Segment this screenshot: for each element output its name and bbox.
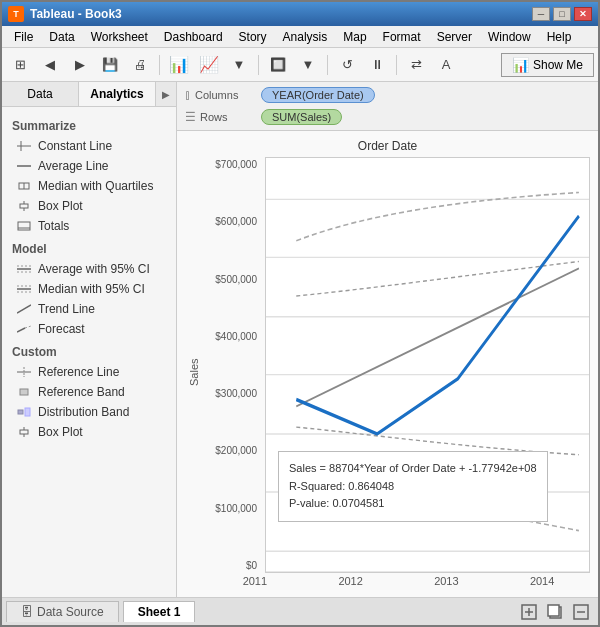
item-box-plot-sum[interactable]: Box Plot (2, 196, 176, 216)
menu-bar: File Data Worksheet Dashboard Story Anal… (2, 26, 598, 48)
toolbar-back-btn[interactable]: ◀ (36, 52, 64, 78)
menu-help[interactable]: Help (539, 28, 580, 46)
columns-pill[interactable]: YEAR(Order Date) (261, 87, 375, 103)
bottom-icons (518, 601, 598, 623)
y-label-100k: $100,000 (203, 503, 257, 514)
reference-line-icon (16, 366, 32, 378)
item-median-95ci[interactable]: Median with 95% CI (2, 279, 176, 299)
toolbar-swap-btn[interactable]: ⇄ (402, 52, 430, 78)
toolbar-highlight-btn[interactable]: ▼ (294, 52, 322, 78)
formula-line3: P-value: 0.0704581 (289, 495, 537, 513)
item-avg-95ci[interactable]: Average with 95% CI (2, 259, 176, 279)
y-label-600k: $600,000 (203, 216, 257, 227)
chart-area: Order Date Sales $700,000 $600,000 $500,… (177, 131, 598, 597)
window-controls: ─ □ ✕ (532, 7, 592, 21)
new-sheet-icon[interactable] (518, 601, 540, 623)
toolbar-forward-btn[interactable]: ▶ (66, 52, 94, 78)
item-box-plot-custom-label: Box Plot (38, 425, 83, 439)
toolbar-sep3 (327, 55, 328, 75)
right-panel: ⫿ Columns YEAR(Order Date) ☰ Rows SUM(Sa… (177, 82, 598, 597)
item-reference-band[interactable]: Reference Band (2, 382, 176, 402)
average-line-icon (16, 160, 32, 172)
menu-server[interactable]: Server (429, 28, 480, 46)
toolbar-chart3-btn[interactable]: ▼ (225, 52, 253, 78)
tab-data-source[interactable]: 🗄 Data Source (6, 601, 119, 622)
toolbar-filter-btn[interactable]: 🔲 (264, 52, 292, 78)
formula-line2: R-Squared: 0.864048 (289, 478, 537, 496)
chart-wrapper: Sales $700,000 $600,000 $500,000 $400,00… (185, 157, 590, 587)
x-label-2011: 2011 (243, 575, 267, 587)
delete-sheet-icon[interactable] (570, 601, 592, 623)
bottom-bar: 🗄 Data Source Sheet 1 (2, 597, 598, 625)
columns-label: ⫿ Columns (177, 88, 257, 102)
tab-sheet1[interactable]: Sheet 1 (123, 601, 196, 622)
menu-window[interactable]: Window (480, 28, 539, 46)
totals-icon (16, 220, 32, 232)
menu-worksheet[interactable]: Worksheet (83, 28, 156, 46)
svg-line-35 (296, 268, 579, 406)
toolbar: ⊞ ◀ ▶ 💾 🖨 📊 📈 ▼ 🔲 ▼ ↺ ⏸ ⇄ A 📊 Show Me (2, 48, 598, 82)
y-axis-label: Sales (185, 157, 203, 587)
y-label-0: $0 (203, 560, 257, 571)
menu-story[interactable]: Story (231, 28, 275, 46)
item-trend-line[interactable]: Trend Line (2, 299, 176, 319)
minimize-button[interactable]: ─ (532, 7, 550, 21)
toolbar-chart1-btn[interactable]: 📊 (165, 52, 193, 78)
window-title: Tableau - Book3 (30, 7, 122, 21)
maximize-button[interactable]: □ (553, 7, 571, 21)
show-me-button[interactable]: 📊 Show Me (501, 53, 594, 77)
toolbar-labels-btn[interactable]: A (432, 52, 460, 78)
menu-map[interactable]: Map (335, 28, 374, 46)
item-median-quartiles[interactable]: Median with Quartiles (2, 176, 176, 196)
item-totals[interactable]: Totals (2, 216, 176, 236)
menu-dashboard[interactable]: Dashboard (156, 28, 231, 46)
panel-tabs: Data Analytics ▶ (2, 82, 176, 107)
item-constant-line-label: Constant Line (38, 139, 112, 153)
toolbar-chart2-btn[interactable]: 📈 (195, 52, 223, 78)
svg-line-17 (17, 328, 25, 332)
item-avg-95ci-label: Average with 95% CI (38, 262, 150, 276)
item-reference-band-label: Reference Band (38, 385, 125, 399)
toolbar-save-btn[interactable]: 💾 (96, 52, 124, 78)
main-content: Data Analytics ▶ Summarize Constant Line (2, 82, 598, 597)
columns-icon: ⫿ (185, 88, 191, 102)
toolbar-refresh-btn[interactable]: ↺ (333, 52, 361, 78)
tab-data[interactable]: Data (2, 82, 79, 106)
item-box-plot-custom[interactable]: Box Plot (2, 422, 176, 442)
toolbar-print-btn[interactable]: 🖨 (126, 52, 154, 78)
item-forecast[interactable]: Forecast (2, 319, 176, 339)
svg-rect-40 (548, 605, 559, 616)
menu-data[interactable]: Data (41, 28, 82, 46)
panel-content: Summarize Constant Line Average Line (2, 107, 176, 597)
item-distribution-band[interactable]: Distribution Band (2, 402, 176, 422)
toolbar-pause-btn[interactable]: ⏸ (363, 52, 391, 78)
toolbar-sep2 (258, 55, 259, 75)
rows-pill[interactable]: SUM(Sales) (261, 109, 342, 125)
duplicate-sheet-icon[interactable] (544, 601, 566, 623)
svg-rect-22 (18, 410, 23, 414)
fields-area: ⫿ Columns YEAR(Order Date) ☰ Rows SUM(Sa… (177, 82, 598, 131)
distribution-band-icon (16, 406, 32, 418)
rows-icon: ☰ (185, 110, 196, 124)
item-constant-line[interactable]: Constant Line (2, 136, 176, 156)
trend-line-icon (16, 303, 32, 315)
menu-format[interactable]: Format (375, 28, 429, 46)
left-panel: Data Analytics ▶ Summarize Constant Line (2, 82, 177, 597)
svg-rect-24 (20, 430, 28, 434)
panel-tab-arrow[interactable]: ▶ (156, 82, 176, 106)
menu-file[interactable]: File (6, 28, 41, 46)
item-box-plot-sum-label: Box Plot (38, 199, 83, 213)
item-average-line[interactable]: Average Line (2, 156, 176, 176)
item-average-line-label: Average Line (38, 159, 109, 173)
item-reference-line[interactable]: Reference Line (2, 362, 176, 382)
svg-rect-21 (20, 389, 28, 395)
chart-plot: Sales = 88704*Year of Order Date + -1.77… (265, 157, 590, 573)
median-95ci-icon (16, 283, 32, 295)
constant-line-icon (16, 140, 32, 152)
close-button[interactable]: ✕ (574, 7, 592, 21)
columns-row: ⫿ Columns YEAR(Order Date) (177, 84, 598, 106)
toolbar-grid-btn[interactable]: ⊞ (6, 52, 34, 78)
tab-analytics[interactable]: Analytics (79, 82, 156, 106)
menu-analysis[interactable]: Analysis (275, 28, 336, 46)
app-icon: T (8, 6, 24, 22)
